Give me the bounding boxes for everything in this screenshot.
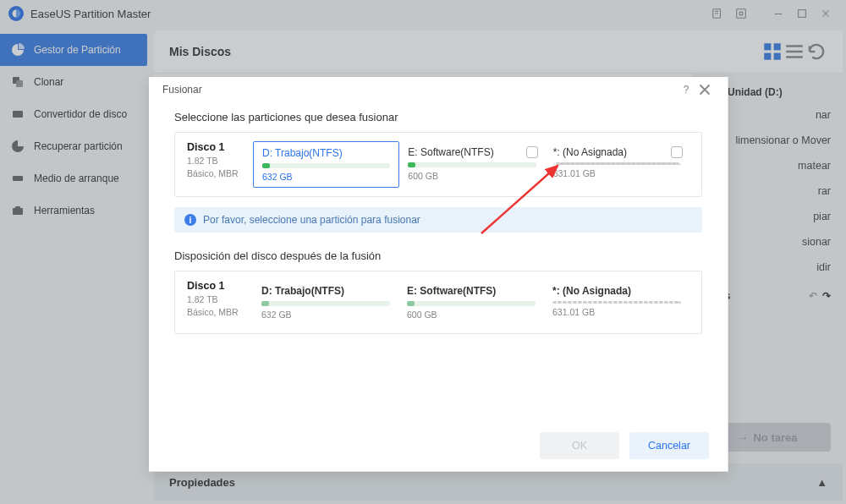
svg-rect-13 (774, 43, 781, 50)
partition-d[interactable]: D: Trabajo(NTFS) 632 GB (253, 141, 399, 188)
sidebar-item-disk-converter[interactable]: Convertidor de disco (0, 98, 154, 130)
modal-title: Fusionar (162, 84, 202, 96)
svg-rect-15 (774, 53, 781, 60)
svg-rect-14 (764, 53, 771, 60)
disk-info: Disco 1 1.82 TB Básico, MBR (187, 141, 253, 188)
recover-icon (10, 139, 25, 154)
sidebar-item-tools[interactable]: Herramientas (0, 194, 154, 227)
refresh-icon[interactable] (805, 41, 827, 63)
feedback-icon[interactable] (706, 2, 729, 25)
maximize-button[interactable] (790, 2, 814, 25)
svg-rect-5 (799, 10, 806, 18)
disk-icon (10, 107, 25, 122)
svg-rect-10 (13, 208, 23, 215)
result-partition-e: E: Software(NTFS) 600 GB (398, 280, 544, 325)
close-button[interactable] (814, 2, 838, 25)
svg-rect-3 (739, 12, 743, 15)
toolbox-icon (10, 203, 25, 218)
svg-rect-8 (13, 111, 23, 118)
partition-e-checkbox[interactable] (526, 146, 538, 158)
partition-e[interactable]: E: Software(NTFS) 600 GB (399, 141, 544, 188)
chevron-up-icon: ▲ (816, 476, 827, 489)
content-title: Mis Discos (169, 45, 231, 58)
modal-titlebar: Fusionar ? (149, 77, 728, 102)
sidebar-item-clone[interactable]: Clonar (0, 66, 154, 98)
modal-close-icon[interactable] (695, 80, 714, 99)
cancel-button[interactable]: Cancelar (629, 432, 709, 459)
info-banner: i Por favor, seleccione una partición pa… (174, 207, 702, 233)
app-title: EaseUS Partition Master (30, 8, 151, 20)
svg-rect-7 (16, 80, 23, 87)
arrow-right-icon: → (737, 431, 748, 444)
svg-rect-4 (775, 14, 783, 14)
titlebar: EaseUS Partition Master (0, 0, 846, 27)
merge-modal: Fusionar ? Seleccione las particiones qu… (149, 77, 728, 472)
ok-button[interactable]: OK (540, 432, 619, 459)
sidebar: Gestor de Partición Clonar Convertidor d… (0, 27, 154, 504)
pie-icon (10, 42, 25, 58)
partition-unallocated[interactable]: *: (No Asignada) 631.01 GB (545, 141, 689, 188)
disk-row-result: Disco 1 1.82 TB Básico, MBR D: Trabajo(N… (174, 271, 702, 334)
partition-unallocated-checkbox[interactable] (671, 146, 683, 158)
section-after-merge: Disposición del disco después de la fusi… (174, 249, 702, 262)
disk-info-result: Disco 1 1.82 TB Básico, MBR (187, 280, 253, 325)
redo-icon[interactable]: ↷ (822, 290, 831, 302)
svg-rect-12 (764, 43, 771, 50)
content-header: Mis Discos (154, 30, 843, 74)
clone-icon (10, 74, 25, 90)
modal-footer: OK Cancelar (149, 420, 728, 471)
minimize-button[interactable] (766, 2, 790, 25)
undo-icon[interactable]: ↶ (809, 290, 817, 302)
settings-icon[interactable] (729, 2, 753, 25)
result-partition-unallocated: *: (No Asignada) 631.01 GB (544, 280, 689, 325)
help-icon[interactable]: ? (677, 80, 695, 99)
result-partition-d: D: Trabajo(NTFS) 632 GB (253, 280, 398, 325)
app-logo (8, 6, 24, 21)
list-view-icon[interactable] (783, 41, 805, 63)
disk-row-source: Disco 1 1.82 TB Básico, MBR D: Trabajo(N… (174, 132, 702, 197)
boot-icon (10, 171, 25, 186)
svg-rect-2 (737, 9, 746, 19)
sidebar-item-boot-media[interactable]: Medio de arranque (0, 162, 154, 194)
sidebar-item-partition-manager[interactable]: Gestor de Partición (0, 34, 147, 66)
svg-rect-9 (13, 176, 23, 181)
sidebar-item-recover-partition[interactable]: Recuperar partición (0, 130, 154, 162)
grid-view-icon[interactable] (761, 41, 783, 63)
info-icon: i (184, 214, 196, 226)
svg-rect-11 (15, 206, 20, 209)
section-select-partitions: Seleccione las particiones que desea fus… (174, 111, 702, 123)
